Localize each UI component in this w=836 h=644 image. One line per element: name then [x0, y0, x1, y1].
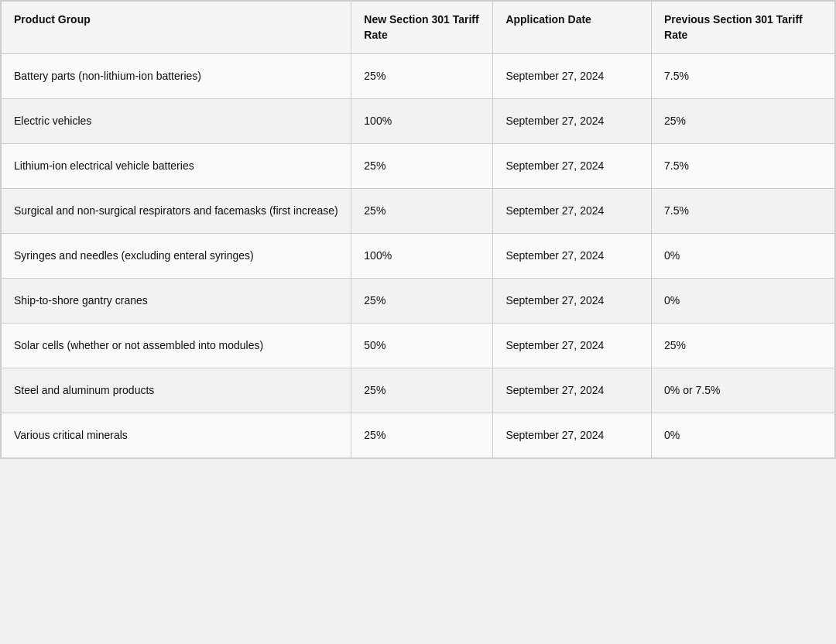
cell-new-rate: 25%	[351, 279, 493, 324]
cell-prev-rate: 0%	[652, 234, 835, 279]
table-row: Lithium-ion electrical vehicle batteries…	[2, 144, 835, 189]
cell-prev-rate: 25%	[652, 324, 835, 368]
cell-product: Electric vehicles	[2, 99, 351, 144]
table-row: Solar cells (whether or not assembled in…	[2, 324, 835, 368]
table-row: Ship-to-shore gantry cranes25%September …	[2, 279, 835, 324]
tariff-table-wrapper: Product Group New Section 301 Tariff Rat…	[0, 0, 836, 459]
table-header-row: Product Group New Section 301 Tariff Rat…	[2, 2, 835, 54]
cell-date: September 27, 2024	[493, 324, 652, 368]
cell-new-rate: 50%	[351, 324, 493, 368]
cell-prev-rate: 7.5%	[652, 144, 835, 189]
cell-new-rate: 100%	[351, 234, 493, 279]
cell-prev-rate: 0% or 7.5%	[652, 368, 835, 413]
cell-product: Battery parts (non-lithium-ion batteries…	[2, 54, 351, 99]
tariff-table: Product Group New Section 301 Tariff Rat…	[1, 1, 835, 458]
cell-prev-rate: 0%	[652, 413, 835, 458]
table-row: Electric vehicles100%September 27, 20242…	[2, 99, 835, 144]
header-product-group: Product Group	[2, 2, 351, 54]
cell-prev-rate: 7.5%	[652, 54, 835, 99]
cell-new-rate: 100%	[351, 99, 493, 144]
cell-date: September 27, 2024	[493, 144, 652, 189]
cell-date: September 27, 2024	[493, 234, 652, 279]
cell-date: September 27, 2024	[493, 413, 652, 458]
cell-product: Syringes and needles (excluding enteral …	[2, 234, 351, 279]
cell-product: Lithium-ion electrical vehicle batteries	[2, 144, 351, 189]
cell-product: Surgical and non-surgical respirators an…	[2, 189, 351, 234]
header-new-tariff: New Section 301 Tariff Rate	[351, 2, 493, 54]
cell-new-rate: 25%	[351, 413, 493, 458]
cell-date: September 27, 2024	[493, 99, 652, 144]
cell-product: Various critical minerals	[2, 413, 351, 458]
cell-product: Ship-to-shore gantry cranes	[2, 279, 351, 324]
cell-date: September 27, 2024	[493, 279, 652, 324]
cell-new-rate: 25%	[351, 54, 493, 99]
table-row: Various critical minerals25%September 27…	[2, 413, 835, 458]
cell-date: September 27, 2024	[493, 368, 652, 413]
cell-prev-rate: 0%	[652, 279, 835, 324]
cell-new-rate: 25%	[351, 368, 493, 413]
cell-product: Solar cells (whether or not assembled in…	[2, 324, 351, 368]
cell-product: Steel and aluminum products	[2, 368, 351, 413]
cell-prev-rate: 7.5%	[652, 189, 835, 234]
header-app-date: Application Date	[493, 2, 652, 54]
header-prev-tariff: Previous Section 301 Tariff Rate	[652, 2, 835, 54]
table-row: Battery parts (non-lithium-ion batteries…	[2, 54, 835, 99]
cell-new-rate: 25%	[351, 189, 493, 234]
table-row: Syringes and needles (excluding enteral …	[2, 234, 835, 279]
cell-new-rate: 25%	[351, 144, 493, 189]
cell-prev-rate: 25%	[652, 99, 835, 144]
table-row: Steel and aluminum products25%September …	[2, 368, 835, 413]
table-row: Surgical and non-surgical respirators an…	[2, 189, 835, 234]
cell-date: September 27, 2024	[493, 54, 652, 99]
cell-date: September 27, 2024	[493, 189, 652, 234]
